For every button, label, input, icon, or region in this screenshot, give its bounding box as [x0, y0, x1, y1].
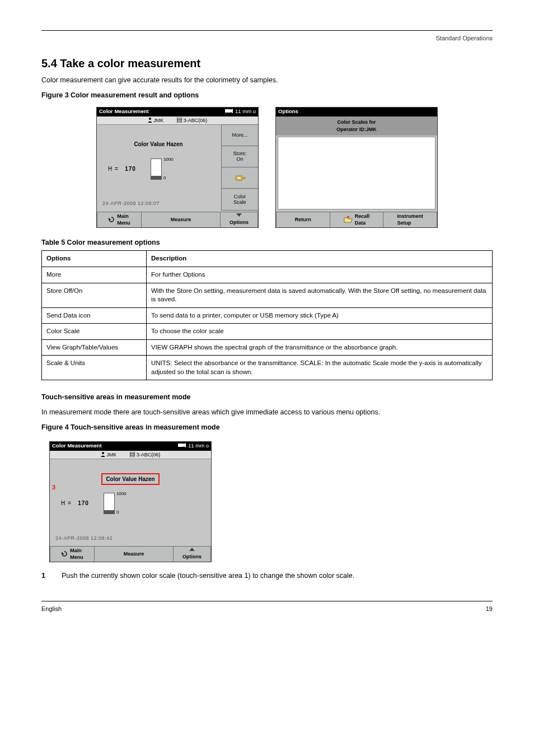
options-button[interactable]: Options: [221, 212, 258, 227]
operator-id: JMK: [148, 117, 164, 124]
svg-point-1: [149, 118, 151, 120]
svg-rect-0: [225, 109, 231, 113]
color-value-heading[interactable]: Color Value Hazen: [130, 139, 186, 150]
recall-data-button[interactable]: Recall Data: [330, 212, 384, 227]
touch-areas-panel: Color Measurement 11 mm o JMK 3-ABC(06): [49, 441, 212, 562]
folder-open-icon: [344, 216, 353, 223]
options-table: Options Description MoreFor further Opti…: [41, 250, 493, 380]
figure4-caption: Figure 4 Touch-sensitive areas in measur…: [41, 423, 493, 432]
options-subhead-line1: Color Scales for: [337, 119, 376, 125]
table-row: Color ScaleTo choose the color scale: [42, 324, 493, 340]
measure-button[interactable]: Measure: [95, 546, 174, 562]
svg-point-8: [102, 452, 104, 454]
svg-rect-9: [130, 452, 135, 457]
value-gauge: H = 170 1000 0: [97, 157, 217, 181]
footer-left: English: [41, 605, 62, 613]
sample-id: 3-ABC(06): [177, 117, 207, 124]
intro-paragraph: Color measurement can give accurate resu…: [41, 76, 493, 85]
cell-icon: [178, 442, 186, 450]
color-scale-button[interactable]: Color Scale: [221, 189, 258, 210]
figure3-caption: Figure 3 Color measurement result and op…: [41, 91, 493, 100]
store-toggle[interactable]: Store: On: [221, 146, 258, 167]
table-row: Store Off/OnWith the Store On setting, m…: [42, 283, 493, 307]
undo-icon: [61, 550, 68, 557]
color-measurement-panel: Color Measurement 11 mm o JMK 3-ABC(06): [96, 107, 259, 228]
options-button[interactable]: Options: [174, 546, 211, 562]
options-panel: Options Color Scales for Operator ID:JMK…: [275, 107, 438, 228]
footer-right: 19: [486, 605, 493, 613]
svg-rect-7: [178, 444, 184, 447]
svg-rect-2: [177, 118, 182, 123]
callout-3: 3: [52, 483, 55, 492]
table-header: Options: [42, 251, 147, 267]
step-1: 1 Push the currently shown color scale (…: [41, 571, 493, 581]
instrument-setup-button[interactable]: Instrument Setup: [383, 212, 437, 227]
table-row: View Graph/Table/ValuesVIEW GRAPH shows …: [42, 339, 493, 356]
table-header: Description: [147, 251, 493, 267]
table-row: Send Data iconTo send data to a printer,…: [42, 307, 493, 324]
table5-caption: Table 5 Color measurement options: [41, 238, 493, 248]
running-head: Standard Operations: [41, 34, 493, 43]
timestamp: 24-APR-2008 12:08:42: [55, 535, 113, 542]
panel-title: Color Measurement: [52, 442, 102, 450]
section-heading: 5.4 Take a color measurement: [41, 56, 493, 71]
panel-title: Options: [278, 108, 298, 115]
main-menu-button[interactable]: Main Menu: [97, 212, 142, 227]
return-button[interactable]: Return: [276, 212, 330, 227]
value-gauge: H = 170 1000 0: [50, 491, 208, 516]
status-text: 11 mm o: [235, 108, 256, 115]
more-button[interactable]: More...: [221, 124, 258, 146]
measure-button[interactable]: Measure: [142, 212, 221, 227]
options-subhead-line2: Operator ID:JMK: [336, 126, 377, 133]
panel-title: Color Measurement: [99, 108, 149, 115]
svg-rect-6: [237, 177, 241, 179]
sample-id: 3-ABC(06): [130, 451, 160, 458]
color-value-heading[interactable]: Color Value Hazen: [101, 473, 159, 486]
table-row: MoreFor further Options: [42, 267, 493, 283]
cell-icon: [225, 108, 233, 116]
send-data-button[interactable]: [221, 167, 258, 189]
send-data-icon: [235, 174, 246, 183]
touch-areas-heading: Touch-sensitive areas in measurement mod…: [41, 393, 493, 402]
chevron-down-icon: [236, 213, 242, 217]
options-list-area: [278, 137, 435, 209]
chevron-up-icon: [189, 548, 195, 551]
timestamp: 24-APR-2008 12:09:07: [102, 200, 160, 207]
table-row: Scale & UnitsUNITS: Select the absorbanc…: [42, 356, 493, 380]
operator-id: JMK: [101, 451, 117, 458]
undo-icon: [108, 216, 115, 223]
status-text: 11 mm o: [188, 442, 209, 450]
touch-areas-paragraph: In measurement mode there are touch-sens…: [41, 408, 493, 417]
main-menu-button[interactable]: Main Menu: [50, 546, 95, 562]
